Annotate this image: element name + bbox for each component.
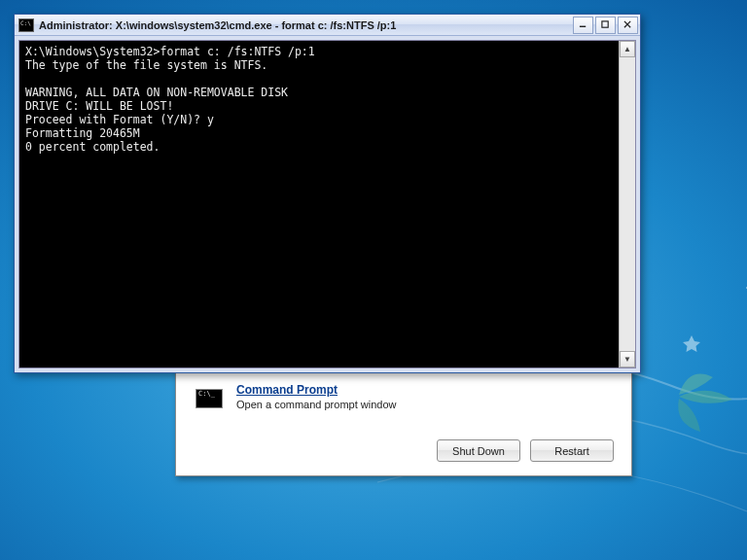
command-prompt-icon bbox=[194, 383, 225, 414]
cmd-line: DRIVE C: WILL BE LOST! bbox=[25, 99, 173, 113]
tool-command-prompt[interactable]: Command Prompt Open a command prompt win… bbox=[194, 375, 614, 426]
cmd-line: 0 percent completed. bbox=[25, 140, 160, 154]
minimize-button[interactable] bbox=[573, 17, 593, 34]
shutdown-button[interactable]: Shut Down bbox=[437, 439, 520, 462]
maximize-button[interactable] bbox=[595, 17, 616, 34]
close-button[interactable] bbox=[618, 17, 638, 34]
svg-rect-15 bbox=[602, 21, 608, 27]
cmd-scrollbar[interactable]: ▲ ▼ bbox=[619, 41, 635, 368]
cmd-client-area: X:\Windows\System32>format c: /fs:NTFS /… bbox=[18, 40, 636, 368]
restart-button[interactable]: Restart bbox=[530, 439, 614, 462]
cmd-line: X:\Windows\System32>format c: /fs:NTFS /… bbox=[25, 45, 315, 58]
cmd-line: Proceed with Format (Y/N)? y bbox=[25, 113, 214, 126]
cmd-window[interactable]: Administrator: X:\windows\system32\cmd.e… bbox=[14, 14, 641, 373]
desktop-background: Windows Memory Diagnostic Check your com… bbox=[0, 0, 747, 560]
cmd-output[interactable]: X:\Windows\System32>format c: /fs:NTFS /… bbox=[19, 41, 619, 368]
scroll-up-button[interactable]: ▲ bbox=[620, 41, 635, 57]
cmd-window-title: Administrator: X:\windows\system32\cmd.e… bbox=[39, 19, 571, 31]
cmd-app-icon bbox=[18, 18, 34, 32]
cmd-line: Formatting 20465M bbox=[25, 126, 140, 140]
command-prompt-desc: Open a command prompt window bbox=[236, 399, 614, 410]
scroll-down-button[interactable]: ▼ bbox=[620, 351, 635, 368]
cmd-titlebar[interactable]: Administrator: X:\windows\system32\cmd.e… bbox=[15, 15, 640, 36]
cmd-line: The type of the file system is NTFS. bbox=[25, 58, 267, 72]
cmd-line: WARNING, ALL DATA ON NON-REMOVABLE DISK bbox=[25, 86, 288, 99]
command-prompt-link[interactable]: Command Prompt bbox=[236, 383, 614, 397]
